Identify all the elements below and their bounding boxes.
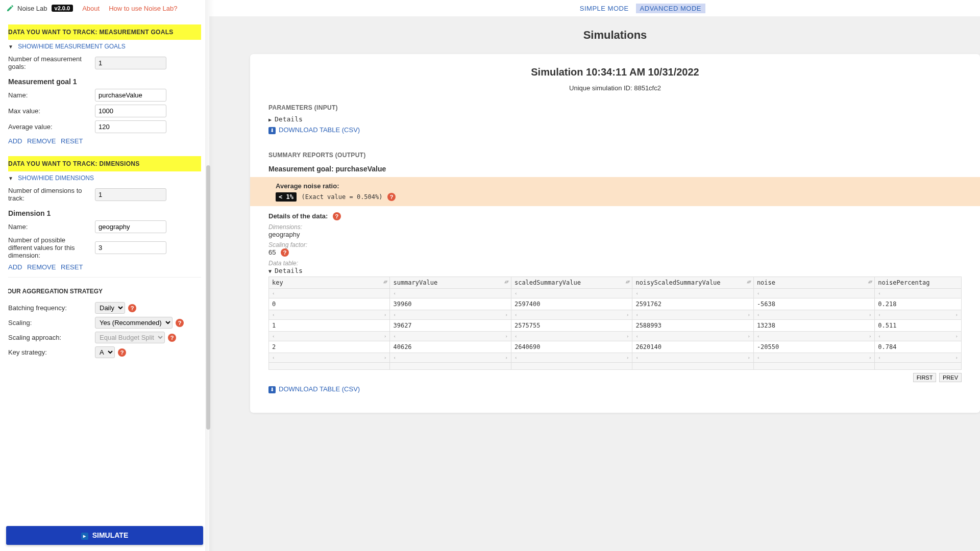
help-icon[interactable]: ?	[387, 193, 396, 201]
keystrat-select[interactable]: A	[95, 346, 115, 358]
scaling-factor-label: Scaling factor:	[268, 241, 962, 248]
measurement-goal-1-header: Measurement goal 1	[8, 78, 201, 86]
toggle-dimensions-label: SHOW/HIDE DIMENSIONS	[18, 174, 94, 182]
parameters-header: PARAMETERS (INPUT)	[268, 104, 962, 111]
table-cell: 2597400	[511, 298, 632, 310]
download-params-csv[interactable]: DOWNLOAD TABLE (CSV)	[268, 126, 360, 134]
table-header-row: key▲▼ summaryValue▲▼ scaledSummaryValue▲…	[269, 277, 962, 289]
table-cell: 0.218	[875, 298, 962, 310]
parameters-details-toggle[interactable]: Details	[268, 115, 962, 123]
mg-max-label: Max value:	[8, 107, 95, 115]
noise-exact-value: (Exact value = 0.504%)	[302, 193, 383, 201]
table-cell: 2640690	[511, 341, 632, 353]
help-icon[interactable]: ?	[128, 304, 136, 312]
simulations-title: Simulations	[250, 29, 980, 42]
add-dim-button[interactable]: ADD	[8, 263, 22, 271]
mg-avg-input[interactable]	[95, 120, 166, 133]
th-key[interactable]: key▲▼	[269, 277, 390, 289]
approach-label: Scaling approach:	[8, 334, 95, 341]
scaling-factor-value: 65 ?	[268, 248, 962, 257]
goal-actions: ADD REMOVE RESET	[8, 137, 201, 145]
num-goals-label: Number of measurement goals:	[8, 55, 95, 70]
howto-link[interactable]: How to use Noise Lab?	[109, 5, 177, 12]
help-icon[interactable]: ?	[168, 334, 176, 342]
data-table-label: Data table:	[268, 260, 962, 267]
table-cell: 0	[269, 298, 390, 310]
simulation-id: Unique simulation ID: 8851cfc2	[268, 84, 962, 92]
table-row: 24062626406902620140-205500.784	[269, 341, 962, 353]
help-icon[interactable]: ?	[176, 319, 184, 327]
mg-max-input[interactable]	[95, 105, 166, 117]
th-scaled[interactable]: scaledSummaryValue▲▼	[511, 277, 632, 289]
noise-badge: < 1%	[276, 192, 297, 202]
table-cell: 0.784	[875, 341, 962, 353]
pager-prev-button[interactable]: PREV	[939, 373, 962, 382]
simulate-button[interactable]: SIMULATE	[6, 526, 203, 545]
mg-purchase-value: Measurement goal: purchaseValue	[268, 165, 962, 173]
remove-dim-button[interactable]: REMOVE	[27, 263, 56, 271]
mg-name-input[interactable]	[95, 89, 166, 102]
th-summary[interactable]: summaryValue▲▼	[390, 277, 511, 289]
dim-name-label: Name:	[8, 223, 95, 231]
section-measurement-goals-label: DATA YOU WANT TO TRACK: MEASUREMENT GOAL…	[8, 29, 174, 36]
mg-name-label: Name:	[8, 91, 95, 99]
about-link[interactable]: About	[82, 5, 100, 12]
table-row: 03996025974002591762-56380.218	[269, 298, 962, 310]
table-cell: -5638	[753, 298, 874, 310]
dim-values-label: Number of possible different values for …	[8, 236, 95, 259]
advanced-mode-tab[interactable]: ADVANCED MODE	[636, 4, 705, 13]
summary-header: SUMMARY REPORTS (OUTPUT)	[268, 152, 962, 159]
dimensions-meta-label: Dimensions:	[268, 223, 962, 231]
aggregation-strategy-header: YOUR AGGREGATION STRATEGY	[8, 284, 201, 299]
approach-select[interactable]: Equal Budget Split	[95, 332, 165, 343]
table-cell: 2	[269, 341, 390, 353]
table-cell: 2575755	[511, 320, 632, 332]
table-cell: 40626	[390, 341, 511, 353]
dim-values-input[interactable]	[95, 241, 166, 254]
table-row: 13962725757552588993132380.511	[269, 320, 962, 332]
batch-select[interactable]: Daily	[95, 302, 125, 314]
table-cell: 0.511	[875, 320, 962, 332]
simple-mode-tab[interactable]: SIMPLE MODE	[576, 4, 633, 13]
table-cell: 2588993	[632, 320, 753, 332]
reset-goal-button[interactable]: RESET	[61, 137, 83, 145]
data-table: key▲▼ summaryValue▲▼ scaledSummaryValue▲…	[268, 277, 962, 370]
download-summary-csv[interactable]: DOWNLOAD TABLE (CSV)	[268, 385, 360, 393]
scaling-label: Scaling:	[8, 319, 95, 327]
reset-dim-button[interactable]: RESET	[61, 263, 83, 271]
mg-avg-label: Average value:	[8, 123, 95, 131]
num-dims-label: Number of dimensions to track:	[8, 187, 95, 202]
data-details-label: Details of the data: ?	[268, 212, 962, 220]
section-dimensions: DATA YOU WANT TO TRACK: DIMENSIONS 2.	[8, 156, 201, 171]
simulation-title: Simulation 10:34:11 AM 10/31/2022	[268, 66, 962, 78]
keystrat-label: Key strategy:	[8, 348, 95, 356]
table-cell: 39627	[390, 320, 511, 332]
version-badge: v2.0.0	[52, 5, 74, 12]
toggle-dimensions[interactable]: SHOW/HIDE DIMENSIONS	[8, 174, 201, 182]
dim-name-input[interactable]	[95, 220, 166, 233]
toggle-goals-label: SHOW/HIDE MEASUREMENT GOALS	[18, 43, 125, 50]
num-goals-input[interactable]	[95, 57, 166, 69]
noise-ratio-label: Average noise ratio:	[276, 182, 973, 190]
help-icon[interactable]: ?	[118, 348, 126, 357]
toggle-goals[interactable]: SHOW/HIDE MEASUREMENT GOALS	[8, 43, 201, 50]
th-noisepct[interactable]: noisePercentag	[875, 277, 962, 289]
th-noise[interactable]: noise▲▼	[753, 277, 874, 289]
help-icon[interactable]: ?	[281, 248, 289, 257]
table-cell: 1	[269, 320, 390, 332]
pager-first-button[interactable]: FIRST	[913, 373, 937, 382]
section-dimensions-label: DATA YOU WANT TO TRACK: DIMENSIONS	[8, 160, 140, 167]
num-dims-input[interactable]	[95, 188, 166, 201]
table-cell: 2591762	[632, 298, 753, 310]
scaling-select[interactable]: Yes (Recommended)	[95, 317, 173, 329]
table-cell: 39960	[390, 298, 511, 310]
section-measurement-goals: DATA YOU WANT TO TRACK: MEASUREMENT GOAL…	[8, 24, 201, 40]
th-noisy[interactable]: noisyScaledSummaryValue▲▼	[632, 277, 753, 289]
help-icon[interactable]: ?	[333, 212, 341, 220]
add-goal-button[interactable]: ADD	[8, 137, 22, 145]
pencil-icon	[6, 4, 14, 12]
remove-goal-button[interactable]: REMOVE	[27, 137, 56, 145]
data-table-details-toggle[interactable]: Details	[268, 267, 962, 274]
dim-actions: ADD REMOVE RESET	[8, 263, 201, 271]
batch-label: Batching frequency:	[8, 304, 95, 312]
